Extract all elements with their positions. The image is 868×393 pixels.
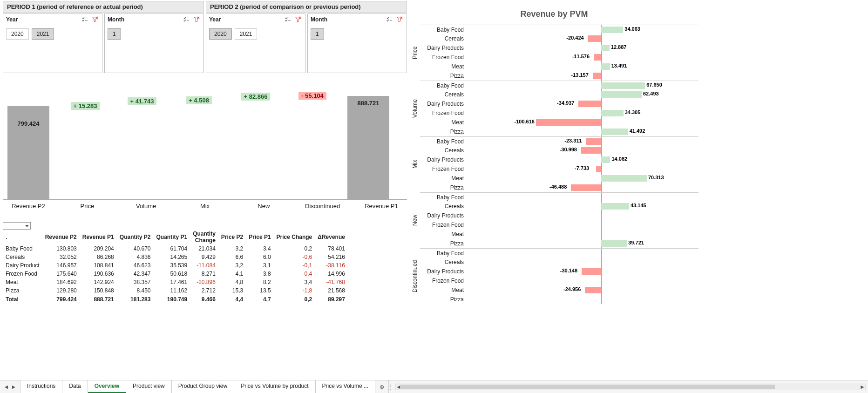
pvm-row: Dairy Products <box>420 211 698 220</box>
pvm-category-label: Dairy Products <box>420 156 467 163</box>
tab-nav-buttons[interactable]: ◄ ► <box>0 380 20 393</box>
slicer-label: Year <box>209 16 221 23</box>
period-1-title: PERIOD 1 (period of reference or actual … <box>3 1 204 13</box>
table-header: Price Change <box>274 230 315 244</box>
sheet-tab[interactable]: Price vs Volume ... <box>316 380 375 393</box>
pvm-category-label: Dairy Products <box>420 45 467 51</box>
pvm-row: Pizza-46.488 <box>420 183 698 192</box>
pvm-category-label: Dairy Products <box>420 268 467 275</box>
clear-filter-icon[interactable] <box>395 15 404 24</box>
sheet-tab[interactable]: Price vs Volume by product <box>234 380 315 393</box>
pvm-row: Baby Food <box>420 192 698 202</box>
pvm-row: Frozen Food-11.576 <box>420 53 698 62</box>
table-header: QuantityChange <box>190 230 218 244</box>
pvm-category-label: Dairy Products <box>420 101 467 107</box>
sheet-tab[interactable]: Data <box>62 380 88 393</box>
pvm-bar <box>601 82 645 89</box>
slicer-option[interactable]: 2020 <box>6 28 29 40</box>
waterfall-chart: 799.424+ 15.283+ 41.743+ 4.508+ 82.866- … <box>3 84 407 219</box>
pvm-category-label: Dairy Products <box>420 212 467 219</box>
pvm-row: Pizza41.492 <box>420 127 698 136</box>
multiselect-icon[interactable] <box>385 15 393 24</box>
add-sheet-button[interactable]: ⊕ <box>375 380 388 393</box>
pvm-category-label: Pizza <box>420 184 467 191</box>
table-row: Cereals32.05286.2684.83614.2659.4296,66,… <box>3 253 348 261</box>
pvm-row: Cereals <box>420 257 698 267</box>
sheet-tab[interactable]: Instructions <box>20 380 62 393</box>
pvm-category-label: Pizza <box>420 73 467 79</box>
pvm-row: Dairy Products-30.148 <box>420 267 698 276</box>
pvm-category-label: Meat <box>420 119 467 126</box>
waterfall-axis-label: Revenue P1 <box>356 203 407 210</box>
table-header: Price P1 <box>246 230 273 244</box>
multiselect-icon[interactable] <box>182 15 190 24</box>
pvm-row: Dairy Products12.887 <box>420 43 698 53</box>
pvm-category-label: Frozen Food <box>420 54 467 61</box>
clear-filter-icon[interactable] <box>294 15 302 24</box>
multiselect-icon[interactable] <box>284 15 292 24</box>
pvm-chart: PriceVolumeMixNewDiscontinued Baby Food3… <box>410 25 698 304</box>
horizontal-scrollbar[interactable]: ◄ ► <box>395 384 866 390</box>
multiselect-icon[interactable] <box>81 15 89 24</box>
slicer-p2-year[interactable]: Year20202021 <box>206 14 305 73</box>
slicer-option[interactable]: 2020 <box>209 28 232 40</box>
waterfall-axis-label: Mix <box>179 203 231 210</box>
pvm-category-label: Baby Food <box>420 138 467 145</box>
pvm-bar <box>601 63 610 70</box>
slicer-option[interactable]: 1 <box>311 28 324 40</box>
waterfall-axis-label: Revenue P2 <box>3 203 54 210</box>
waterfall-axis-label: Price <box>61 203 113 210</box>
pvm-category-label: Cereals <box>420 259 467 265</box>
sheet-tab[interactable]: Product view <box>126 380 172 393</box>
slicer-option[interactable]: 1 <box>108 28 121 40</box>
pvm-category-label: Pizza <box>420 240 467 247</box>
pvm-group-label: Price <box>410 25 420 81</box>
pvm-row: Meat-24.956 <box>420 285 698 295</box>
pvm-bar <box>601 45 610 51</box>
pvm-row: Meat-100.616 <box>420 118 698 127</box>
pvm-group-label: Mix <box>410 136 420 192</box>
pvm-category-label: Frozen Food <box>420 166 467 172</box>
pvm-row: Dairy Products-34.937 <box>420 99 698 108</box>
slicer-label: Year <box>6 16 18 23</box>
pvm-category-label: Meat <box>420 231 467 237</box>
pvm-category-label: Baby Food <box>420 250 467 257</box>
slicer-p1-month[interactable]: Month1 <box>104 14 204 73</box>
clear-filter-icon[interactable] <box>192 15 201 24</box>
tabnav-next-icon[interactable]: ► <box>11 384 17 390</box>
pvm-row: Pizza <box>420 295 698 304</box>
waterfall-bar: 799.424 <box>7 106 49 199</box>
pvm-chart-title: Revenue by PVM <box>410 9 698 19</box>
table-total-row: Total799.424888.721181.283190.7499.4664,… <box>3 295 348 304</box>
table-header: Quantity P1 <box>153 230 190 244</box>
slicer-option[interactable]: 2021 <box>32 28 54 40</box>
pvm-bar <box>601 91 642 98</box>
pvm-row: Frozen Food <box>420 276 698 285</box>
pvm-row: Frozen Food <box>420 220 698 230</box>
sheet-tab[interactable]: Overview <box>88 380 126 393</box>
slicer-p2-month[interactable]: Month1 <box>307 14 407 73</box>
sheet-tab[interactable]: Product Group view <box>172 380 234 393</box>
waterfall-step: + 15.283 <box>60 102 111 110</box>
pivot-rowfield-dropdown[interactable] <box>3 222 31 230</box>
pvm-row: Baby Food <box>420 248 698 257</box>
tabnav-prev-icon[interactable]: ◄ <box>4 384 9 390</box>
slicer-option[interactable]: 2021 <box>235 28 258 40</box>
table-row: Frozen Food175.640190.63642.34750.6188.2… <box>3 270 348 278</box>
pvm-row: Frozen Food34.305 <box>420 108 698 118</box>
clear-filter-icon[interactable] <box>91 15 99 24</box>
table-header: Quantity P2 <box>117 230 154 244</box>
pvm-category-label: Cereals <box>420 203 467 210</box>
slicer-p1-year[interactable]: Year20202021 <box>3 14 102 73</box>
waterfall-axis-label: Volume <box>121 203 172 210</box>
pvm-bar <box>601 240 627 247</box>
waterfall-step: + 4.508 <box>173 96 224 104</box>
table-header: ΔRevenue <box>315 230 348 244</box>
pvm-category-label: Pizza <box>420 296 467 303</box>
table-row: Meat184.692142.92438.35717.461-20.8964,8… <box>3 278 348 286</box>
pvm-category-label: Meat <box>420 63 467 70</box>
table-header: . <box>3 230 42 244</box>
pvm-bar <box>601 129 628 135</box>
pvm-row: Cereals62.493 <box>420 90 698 99</box>
pvm-category-label: Baby Food <box>420 82 467 89</box>
